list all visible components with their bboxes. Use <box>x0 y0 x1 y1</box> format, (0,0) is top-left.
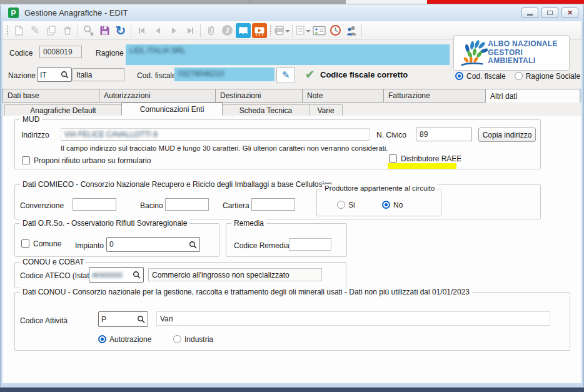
comune-checkbox[interactable]: Comune <box>21 239 61 248</box>
cf-status-text: Codice fiscale corretto <box>320 70 408 79</box>
impianto-field[interactable]: 0 <box>106 237 200 252</box>
tab-dati-base[interactable]: Dati base <box>3 89 99 103</box>
conou-cobat-group-title: CONOU e COBAT <box>20 258 86 266</box>
comieco-group: Dati COMIECO - Consorzio Nazionale Recup… <box>14 184 541 219</box>
codice-attivita-field[interactable]: P <box>98 311 148 327</box>
save-button[interactable] <box>96 23 113 39</box>
ragione-sociale-field[interactable]: LIDL ITALIA SRL <box>126 44 450 65</box>
albo-search-mode: Cod. fiscale Ragione Sociale <box>455 72 580 81</box>
refresh-button[interactable]: ↻ <box>113 23 129 39</box>
orso-group: Dati O.R.So. - Osservatorio Rifiuti Sovr… <box>14 223 219 257</box>
lookup-magnifier-icon[interactable] <box>137 315 145 323</box>
subtab-scheda-tecnica[interactable]: Scheda Tecnica <box>222 104 310 116</box>
radio-autotrazione[interactable]: Autotrazione <box>98 335 151 344</box>
radio-cod-fiscale[interactable]: Cod. fiscale <box>455 72 506 81</box>
minimize-icon <box>527 14 533 16</box>
new-document-icon <box>13 25 24 36</box>
lookup-magnifier-icon[interactable] <box>133 271 141 279</box>
checkbox-icon <box>389 154 397 163</box>
nav-next-icon <box>172 28 176 34</box>
tab-altri-dati[interactable]: Altri dati <box>485 89 580 103</box>
video-tutorial-icon <box>252 23 267 38</box>
cod-fiscale-field[interactable]: 03278046210 <box>174 68 274 81</box>
contact-card-button[interactable] <box>311 23 327 39</box>
lookup-magnifier-icon[interactable] <box>189 241 197 249</box>
lookup-magnifier-icon[interactable] <box>61 71 69 79</box>
refresh-icon: ↻ <box>116 24 126 37</box>
print-preview-icon <box>295 25 305 36</box>
toolbar-grip[interactable] <box>6 25 9 36</box>
maximize-button[interactable] <box>541 8 558 18</box>
tab-destinazioni[interactable]: Destinazioni <box>215 89 303 103</box>
print-preview-button[interactable] <box>295 23 311 39</box>
radio-ragione-sociale[interactable]: Ragione Sociale <box>515 72 580 81</box>
titlebar[interactable]: P Gestione Anagrafiche - EDIT ✕ <box>1 4 583 21</box>
manual-button[interactable] <box>235 23 251 39</box>
copia-indirizzo-button[interactable]: Copia indirizzo <box>478 128 536 142</box>
codice-remedia-field[interactable] <box>289 238 331 251</box>
orso-group-title: Dati O.R.So. - Osservatorio Rifiuti Sovr… <box>20 219 189 228</box>
edit-cod-fiscale-button[interactable]: ✎ <box>276 67 295 83</box>
print-dropdown-caret <box>285 30 290 35</box>
radio-no[interactable]: No <box>382 201 403 209</box>
distributore-raee-checkbox[interactable]: Distributore RAEE <box>389 154 461 163</box>
video-tutorial-button[interactable] <box>251 23 268 39</box>
tab-fatturazione[interactable]: Fatturazione <box>383 89 486 103</box>
albo-nazionale-button[interactable]: ALBO NAZIONALE GESTORI AMBIENTALI <box>453 35 570 71</box>
trash-icon <box>62 25 73 36</box>
subtab-varie[interactable]: Varie <box>309 104 343 116</box>
nav-prev-icon <box>156 28 160 34</box>
nazione-field[interactable]: IT <box>37 68 72 82</box>
close-icon: ✕ <box>567 9 573 17</box>
mud-group: MUD Indirizzo VIA FELICE CAVALLOTTI 8 N.… <box>14 119 541 169</box>
users-button[interactable] <box>343 23 360 39</box>
codice-field[interactable]: 0008019 <box>39 46 82 58</box>
n-civico-label: N. Civico <box>376 131 406 139</box>
tab-note[interactable]: Note <box>302 89 384 103</box>
remedia-group-title: Remedia <box>231 219 266 228</box>
gestione-anagrafiche-window: P Gestione Anagrafiche - EDIT ✕ ✎ ↻ <box>0 4 584 388</box>
codice-ateco-label: Codice ATECO (Istat) <box>20 271 91 280</box>
bacino-label: Bacino <box>140 201 163 210</box>
attachments-button[interactable] <box>203 23 219 39</box>
convenzione-field[interactable] <box>73 198 116 211</box>
indirizzo-field[interactable]: VIA FELICE CAVALLOTTI 8 <box>61 128 370 141</box>
subtab-comunicazioni-enti[interactable]: Comunicazioni Enti <box>121 103 223 116</box>
nav-last-button[interactable] <box>182 23 198 39</box>
n-civico-field[interactable]: 89 <box>416 128 472 141</box>
radio-unselected-icon <box>515 72 523 80</box>
subtab-anagrafiche-default[interactable]: Anagrafiche Default <box>4 104 122 116</box>
tab-autorizzazioni[interactable]: Autorizzazioni <box>99 89 216 103</box>
info-button[interactable]: i <box>219 23 235 39</box>
new-button[interactable] <box>11 23 27 39</box>
close-button[interactable]: ✕ <box>561 8 578 18</box>
convenzione-label: Convenzione <box>20 201 64 210</box>
radio-selected-icon <box>455 72 463 80</box>
cartiera-label: Cartiera <box>223 201 249 210</box>
radio-industria[interactable]: Industria <box>173 335 213 344</box>
radio-unselected-icon <box>337 201 345 209</box>
proponi-rifiuto-checkbox[interactable]: Proponi rifiuto urbano su formulario <box>22 156 151 165</box>
codice-label: Codice <box>9 49 33 58</box>
valid-check-icon: ✔ <box>305 68 315 81</box>
main-tabs: Dati base Autorizzazioni Destinazioni No… <box>3 89 581 103</box>
cartiera-field[interactable] <box>251 198 295 211</box>
codice-ateco-field[interactable]: 46900000 <box>89 267 144 283</box>
history-button[interactable] <box>327 23 343 39</box>
toolbar-grip-2[interactable] <box>269 25 272 36</box>
users-icon <box>345 25 358 36</box>
bacino-field[interactable] <box>165 198 209 211</box>
contact-card-icon <box>313 26 326 36</box>
minimize-button[interactable] <box>521 8 538 18</box>
delete-button[interactable] <box>59 23 76 39</box>
nav-next-button[interactable] <box>166 23 182 39</box>
edit-button[interactable]: ✎ <box>27 23 43 39</box>
print-button[interactable] <box>274 23 290 39</box>
search-button[interactable] <box>80 23 96 39</box>
nav-first-button[interactable] <box>133 23 149 39</box>
print-preview-dropdown-caret <box>306 30 311 35</box>
codice-attivita-label: Codice Attività <box>20 316 68 325</box>
radio-si[interactable]: Si <box>337 201 355 209</box>
nav-prev-button[interactable] <box>149 23 166 39</box>
copy-button[interactable] <box>43 23 59 39</box>
